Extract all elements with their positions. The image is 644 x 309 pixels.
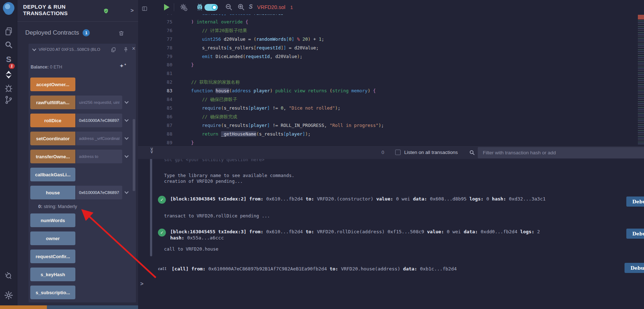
debug-button[interactable]: Debug	[625, 263, 644, 273]
copy-address-icon[interactable]	[110, 47, 116, 53]
remix-logo-icon[interactable]	[3, 2, 14, 14]
function-button-house[interactable]: house	[30, 186, 75, 199]
expand-args-icon[interactable]	[122, 186, 131, 199]
line-number: 83	[137, 87, 172, 95]
line-number: 85	[137, 104, 172, 112]
function-row: house	[30, 186, 135, 199]
function-button-setCoordinator[interactable]: setCoordinator	[30, 132, 75, 145]
function-row: rollDice	[30, 114, 135, 127]
debug-button[interactable]: Debug	[626, 197, 644, 207]
editor-tab-filename[interactable]: VRFD20.sol	[257, 4, 285, 10]
deployed-contracts-heading: Deployed Contracts	[25, 29, 79, 36]
divider	[17, 21, 138, 22]
ai-sparkle-icon[interactable]: ✦✦	[119, 63, 127, 69]
deployed-contract-card: VRFD20 AT 0XF15...508C9 (BLO × Balance: …	[28, 43, 136, 303]
settings-gear-icon[interactable]	[0, 291, 17, 300]
code-line: // 确保已掷骰子	[180, 95, 237, 104]
code-line: function house(address player) public vi…	[180, 87, 376, 95]
function-args-input[interactable]	[76, 132, 122, 145]
code-line: require(s_results[player] != 0, "Dice no…	[180, 104, 340, 112]
minimap-error-marker	[638, 15, 644, 19]
contract-header-row[interactable]: VRFD20 AT 0XF15...508C9 (BLO ×	[28, 44, 136, 56]
pin-contract-icon[interactable]	[123, 47, 129, 53]
function-button-rollDice[interactable]: rollDice	[30, 114, 75, 127]
transaction-log-row: ✓[block:163045455 txIndex:3] from: 0x610…	[158, 229, 644, 241]
line-number: 86	[137, 112, 172, 121]
plugin-manager-icon[interactable]	[0, 267, 18, 285]
balance-label: Balance:	[31, 65, 49, 70]
terminal-search-icon[interactable]	[469, 149, 475, 156]
log-text: [call] from: 0x610000A7eC86897b92B1Af7C9…	[172, 266, 457, 272]
compiler-error-badge: 1	[9, 63, 15, 69]
code-line: emit DiceLanded(requestId, d20Value);	[180, 52, 303, 61]
terminal-scrollbar[interactable]	[150, 152, 152, 256]
expand-args-icon[interactable]	[122, 114, 131, 127]
terminal-toolbar: ∨∨ 0 Listen on all transactions	[137, 145, 644, 159]
expand-args-icon[interactable]	[122, 96, 131, 109]
function-args-input[interactable]	[76, 114, 122, 127]
function-button-rawFulfillRan[interactable]: rawFulfillRan...	[30, 96, 75, 109]
ai-toggle[interactable]	[204, 4, 218, 11]
solidity-compiler-icon[interactable]: S	[0, 55, 17, 64]
log-text: [block:163043845 txIndex:2] from: 0x610.…	[170, 196, 546, 204]
function-row: s_keyHash	[30, 268, 135, 281]
contract-title: VRFD20 AT 0XF15...508C9 (BLO	[39, 47, 108, 52]
function-button-owner[interactable]: owner	[30, 231, 75, 245]
function-button-numWords[interactable]: numWords	[30, 213, 75, 227]
status-bar-left	[0, 305, 47, 309]
function-row: requestConfir...	[30, 250, 135, 263]
function-button-transferOwne[interactable]: transferOwne...	[30, 150, 75, 163]
function-button-requestConfir[interactable]: requestConfir...	[30, 250, 75, 263]
function-args-input[interactable]	[76, 186, 122, 199]
search-icon[interactable]	[0, 40, 17, 49]
function-row: setCoordinator	[30, 132, 135, 145]
debug-button[interactable]: Debug	[626, 229, 644, 239]
expand-args-icon[interactable]	[122, 150, 131, 163]
function-args-input[interactable]	[76, 96, 122, 109]
zoom-in-icon[interactable]	[237, 3, 245, 11]
ai-robot-icon[interactable]	[195, 3, 204, 11]
git-icon[interactable]	[0, 95, 17, 105]
code-editor[interactable]: 74 uint256[] calldata randomWords75 ) in…	[137, 0, 644, 145]
code-line: // 获取玩家的家族名称	[180, 78, 240, 87]
solidity-file-icon: S	[249, 4, 253, 10]
terminal-log-line: creation of VRFD20 pending...	[164, 178, 243, 184]
listen-checkbox[interactable]	[395, 150, 401, 155]
compile-settings-gear-icon[interactable]	[180, 3, 188, 11]
function-args-input[interactable]	[76, 150, 122, 163]
function-button-ssubscriptio[interactable]: s_subscriptio...	[30, 286, 75, 299]
line-number: 75	[137, 18, 172, 26]
code-line: }	[180, 138, 194, 146]
editor-minimap[interactable]	[638, 15, 644, 145]
expand-panel-icon[interactable]: >	[131, 7, 134, 13]
function-button-callbackGasLi[interactable]: callbackGasLi...	[30, 168, 75, 181]
expand-args-icon[interactable]	[122, 132, 131, 145]
terminal-log-line: call to VRFD20.house	[164, 246, 219, 252]
collapse-contract-icon[interactable]	[32, 47, 36, 51]
panel-layout-icon[interactable]	[141, 6, 148, 12]
debugger-icon[interactable]	[0, 83, 17, 93]
code-line: // 确保掷骰完成	[180, 112, 237, 121]
terminal-prompt: >	[140, 281, 144, 287]
remove-contract-icon[interactable]: ×	[132, 45, 135, 52]
terminal[interactable]: sol gpt <your solidity question here>Typ…	[137, 159, 644, 309]
expand-terminal-icon[interactable]: ∨∨	[150, 147, 154, 153]
clear-contracts-icon[interactable]	[118, 30, 124, 36]
function-row: s_subscriptio...	[30, 286, 135, 299]
function-button-acceptOwner[interactable]: acceptOwner...	[30, 78, 75, 91]
activity-bar: S 1	[0, 0, 17, 309]
line-number: 89	[137, 138, 172, 146]
deploy-and-run-icon[interactable]	[0, 70, 17, 79]
deploy-run-panel: DEPLOY & RUN TRANSACTIONS > Deployed Con…	[17, 0, 138, 309]
line-number: 76	[137, 26, 172, 35]
zoom-out-icon[interactable]	[225, 3, 233, 11]
panel-scrollbar[interactable]	[133, 119, 135, 191]
transaction-filter-input[interactable]	[478, 147, 644, 158]
file-explorer-icon[interactable]	[0, 27, 17, 36]
function-row: callbackGasLi...	[30, 168, 135, 181]
deployed-count-badge: 1	[83, 29, 90, 36]
function-button-skeyHash[interactable]: s_keyHash	[30, 268, 75, 281]
listen-label[interactable]: Listen on all transactions	[404, 150, 458, 155]
function-row: owner	[30, 231, 135, 245]
run-script-icon[interactable]	[164, 4, 169, 10]
